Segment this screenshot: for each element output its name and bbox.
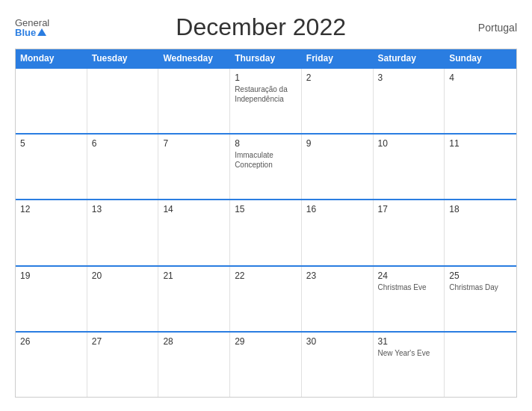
week-4: 192021222324Christmas Eve25Christmas Day [16, 265, 516, 331]
day-number: 28 [163, 336, 225, 347]
cell-w2-d7: 11 [445, 135, 516, 199]
cell-w3-d7: 18 [445, 200, 516, 265]
day-number: 16 [306, 204, 368, 214]
header-monday: Monday [16, 49, 87, 67]
cell-w3-d3: 14 [158, 200, 230, 265]
cell-w4-d7: 25Christmas Day [445, 267, 516, 331]
cell-w3-d2: 13 [87, 200, 159, 265]
cell-w2-d5: 9 [302, 135, 374, 199]
day-number: 7 [163, 138, 225, 149]
day-number: 26 [20, 336, 82, 347]
day-number: 8 [235, 138, 297, 149]
day-number: 24 [378, 271, 440, 281]
header-thursday: Thursday [230, 49, 302, 67]
day-number: 25 [449, 271, 512, 281]
logo-general-text: General [15, 18, 49, 28]
logo: General Blue [15, 18, 49, 37]
day-number: 19 [20, 271, 82, 281]
day-number: 20 [92, 271, 154, 281]
cell-w5-d4: 29 [230, 333, 302, 397]
day-number: 30 [306, 336, 368, 347]
cell-w4-d4: 22 [230, 267, 302, 331]
cell-w3-d6: 17 [374, 200, 445, 265]
day-number: 27 [92, 336, 154, 347]
header-wednesday: Wednesday [158, 49, 230, 67]
cell-w2-d4: 8Immaculate Conception [230, 135, 302, 199]
day-event: Christmas Day [449, 282, 512, 292]
country-label: Portugal [472, 22, 517, 34]
header-sunday: Sunday [445, 49, 516, 67]
day-number: 29 [235, 336, 297, 347]
day-number: 23 [306, 271, 368, 281]
day-number: 2 [306, 72, 368, 83]
day-number: 15 [235, 204, 297, 214]
cell-w4-d2: 20 [87, 267, 159, 331]
day-number: 10 [378, 138, 440, 149]
day-number: 9 [306, 138, 368, 149]
day-number: 1 [235, 72, 297, 83]
page: General Blue December 2022 Portugal Mond… [0, 0, 532, 411]
day-event: Christmas Eve [378, 282, 440, 292]
header-tuesday: Tuesday [87, 49, 159, 67]
cell-w4-d6: 24Christmas Eve [374, 267, 445, 331]
cell-w2-d2: 6 [87, 135, 159, 199]
week-3: 12131415161718 [16, 199, 516, 265]
cell-w5-d6: 31New Year's Eve [374, 333, 445, 397]
logo-triangle-icon [37, 28, 46, 36]
cell-w5-d7 [445, 333, 516, 397]
day-number: 18 [449, 204, 512, 214]
cell-w4-d3: 21 [158, 267, 230, 331]
cell-w1-d3 [158, 69, 230, 133]
day-number: 4 [449, 72, 512, 83]
day-number: 14 [163, 204, 225, 214]
cell-w2-d6: 10 [374, 135, 445, 199]
cell-w2-d3: 7 [158, 135, 230, 199]
cell-w1-d5: 2 [302, 69, 374, 133]
day-number: 5 [20, 138, 82, 149]
day-number: 31 [378, 336, 440, 347]
cell-w1-d4: 1Restauração da Independência [230, 69, 302, 133]
day-number: 22 [235, 271, 297, 281]
day-number: 11 [449, 138, 512, 149]
day-number: 3 [378, 72, 440, 83]
cell-w3-d5: 16 [302, 200, 374, 265]
header-saturday: Saturday [374, 49, 445, 67]
day-event: New Year's Eve [378, 348, 440, 358]
week-2: 5678Immaculate Conception91011 [16, 133, 516, 199]
day-number: 6 [92, 138, 154, 149]
day-event: Immaculate Conception [235, 150, 297, 170]
cell-w1-d2 [87, 69, 159, 133]
cell-w4-d5: 23 [302, 267, 374, 331]
day-event: Restauração da Independência [235, 84, 297, 104]
day-number: 17 [378, 204, 440, 214]
calendar-body: 1Restauração da Independência2345678Imma… [16, 67, 516, 397]
header-friday: Friday [302, 49, 374, 67]
week-5: 262728293031New Year's Eve [16, 331, 516, 397]
cell-w3-d1: 12 [16, 200, 87, 265]
cell-w1-d7: 4 [445, 69, 516, 133]
cell-w1-d6: 3 [374, 69, 445, 133]
cell-w5-d3: 28 [158, 333, 230, 397]
day-number: 12 [20, 204, 82, 214]
cell-w1-d1 [16, 69, 87, 133]
day-number: 21 [163, 271, 225, 281]
cell-w5-d5: 30 [302, 333, 374, 397]
calendar: Monday Tuesday Wednesday Thursday Friday… [15, 49, 517, 398]
header: General Blue December 2022 Portugal [15, 13, 517, 41]
week-1: 1Restauração da Independência234 [16, 67, 516, 133]
cell-w5-d1: 26 [16, 333, 87, 397]
cell-w4-d1: 19 [16, 267, 87, 331]
logo-blue-text: Blue [15, 28, 36, 37]
month-title: December 2022 [49, 13, 472, 41]
day-number: 13 [92, 204, 154, 214]
cell-w2-d1: 5 [16, 135, 87, 199]
cell-w5-d2: 27 [87, 333, 159, 397]
cell-w3-d4: 15 [230, 200, 302, 265]
calendar-header: Monday Tuesday Wednesday Thursday Friday… [16, 49, 516, 67]
